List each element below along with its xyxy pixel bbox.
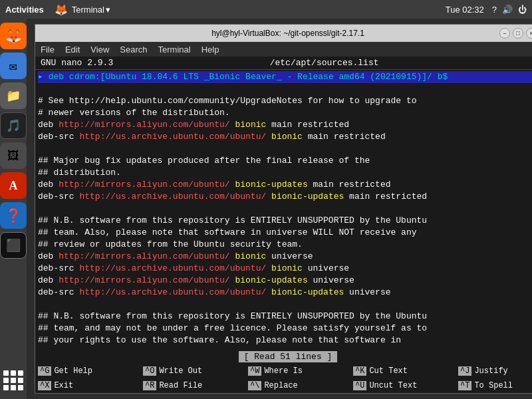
editor-line: deb http://mirrors.aliyun.com/ubuntu/ bi… <box>38 275 532 287</box>
shortcut-get-help[interactable]: ^G Get Help <box>38 366 143 376</box>
minimize-button[interactable]: – <box>499 28 510 39</box>
editor-line: # See http://help.ubuntu.com/community/U… <box>38 95 532 107</box>
shortcut-label-to-spell: To Spell <box>474 381 513 390</box>
shortcut-cut-text[interactable]: ^K Cut Text <box>353 366 458 376</box>
sys-question-icon: ? <box>492 5 497 15</box>
sidebar-item-firefox[interactable]: 🦊 <box>0 23 27 49</box>
shortcut-bar-2: ^X Exit ^R Read File ^\ Replace ^U Uncut… <box>35 378 532 393</box>
shortcut-label-where-is: Where Is <box>264 366 303 376</box>
shortcut-label-write-out: Write Out <box>159 366 202 376</box>
shortcut-key-cu: ^U <box>353 381 366 390</box>
clock: Tue 02:32 <box>446 5 484 15</box>
nano-filename: /etc/apt/sources.list <box>270 58 379 68</box>
firefox-icon: 🦊 <box>55 3 68 16</box>
editor-line <box>38 203 532 215</box>
sys-power-icon: ⏻ <box>518 5 527 15</box>
shortcut-key-cr: ^R <box>143 381 156 390</box>
maximize-button[interactable]: □ <box>513 28 523 39</box>
shortcut-key-cx: ^X <box>38 381 51 390</box>
editor-line <box>38 143 532 155</box>
window-controls: – □ ✕ <box>499 28 532 39</box>
menu-bar: File Edit View Search Terminal Help <box>35 42 532 57</box>
shortcut-label-replace: Replace <box>264 381 297 390</box>
sidebar-item-music[interactable]: 🎵 <box>0 112 27 139</box>
sidebar: 🦊 ✉ 📁 🎵 🖼 A ❓ ⬛ <box>0 19 27 399</box>
menu-terminal[interactable]: Terminal <box>158 45 191 55</box>
status-text: [ Read 51 lines ] <box>239 351 338 362</box>
terminal-dropdown-icon[interactable]: ▾ <box>106 5 110 15</box>
menu-help[interactable]: Help <box>201 45 219 55</box>
menu-view[interactable]: View <box>90 45 109 55</box>
shortcut-key-cbs: ^\ <box>248 381 261 390</box>
editor-line: ## N.B. software from this repository is… <box>38 215 532 227</box>
editor-line: deb-src http://us.archive.ubuntu.com/ubu… <box>38 287 532 299</box>
shortcut-key-cw: ^W <box>248 366 261 376</box>
editor-line <box>38 83 532 95</box>
shortcut-key-ck: ^K <box>353 366 366 376</box>
menu-file[interactable]: File <box>41 45 55 55</box>
sidebar-item-files[interactable]: 📁 <box>0 82 27 109</box>
shortcut-justify[interactable]: ^J Justify <box>458 366 532 376</box>
editor-line: deb-src http://us.archive.ubuntu.com/ubu… <box>38 131 532 143</box>
editor-line: ## distribution. <box>38 167 532 179</box>
sidebar-item-appgrid[interactable] <box>0 367 27 394</box>
shortcut-exit[interactable]: ^X Exit <box>38 381 143 390</box>
editor-line: ## N.B. software from this repository is… <box>38 311 532 323</box>
sidebar-item-email[interactable]: ✉ <box>0 53 27 79</box>
shortcut-label-get-help: Get Help <box>54 366 92 376</box>
editor-line: ## Major bug fix updates produced after … <box>38 155 532 167</box>
sidebar-item-help[interactable]: ❓ <box>0 202 27 229</box>
activities-button[interactable]: Activities <box>5 5 44 15</box>
shortcut-key-cg: ^G <box>38 366 51 376</box>
shortcut-key-cj: ^J <box>458 366 471 376</box>
menu-edit[interactable]: Edit <box>65 45 80 55</box>
sys-volume-icon: 🔊 <box>502 5 513 15</box>
shortcut-label-exit: Exit <box>54 381 73 390</box>
close-button[interactable]: ✕ <box>526 28 532 39</box>
editor-line: ## review or updates from the Ubuntu sec… <box>38 239 532 251</box>
nano-header: GNU nano 2.9.3 /etc/apt/sources.list <box>35 57 532 70</box>
shortcut-key-ct: ^T <box>458 381 471 390</box>
editor-line: ## team. Also, please note that software… <box>38 227 532 239</box>
editor-line: deb http://mirrors.aliyun.com/ubuntu/ bi… <box>38 251 532 263</box>
terminal-label[interactable]: Terminal <box>72 5 104 15</box>
sidebar-item-fonts[interactable]: A <box>0 172 27 199</box>
editor-line: deb http://mirrors.aliyun.com/ubuntu/ bi… <box>38 119 532 131</box>
editor-line: # newer versions of the distribution. <box>38 107 532 119</box>
editor-line: deb http://mirrors.aliyun.com/ubuntu/ bi… <box>38 179 532 191</box>
shortcut-label-uncut-text: Uncut Text <box>369 381 417 390</box>
sidebar-item-photos[interactable]: 🖼 <box>0 142 27 169</box>
terminal-window: hyl@hyl-VirtualBox: ~/git-openssl/git-2.… <box>35 24 532 394</box>
shortcut-uncut-text[interactable]: ^U Uncut Text <box>353 381 458 390</box>
shortcut-replace[interactable]: ^\ Replace <box>248 381 353 390</box>
shortcut-label-justify: Justify <box>474 366 507 376</box>
shortcut-bar-1: ^G Get Help ^O Write Out ^W Where Is ^K … <box>35 364 532 378</box>
shortcut-write-out[interactable]: ^O Write Out <box>143 366 248 376</box>
editor-area[interactable]: ▸ deb cdrom:[Ubuntu 18.04.6 LTS _Bionic … <box>35 70 532 350</box>
shortcut-read-file[interactable]: ^R Read File <box>143 381 248 390</box>
status-bar: [ Read 51 lines ] <box>35 350 532 364</box>
sidebar-item-terminal[interactable]: ⬛ <box>0 232 27 259</box>
shortcut-to-spell[interactable]: ^T To Spell <box>458 381 532 390</box>
window-title: hyl@hyl-VirtualBox: ~/git-openssl/git-2.… <box>211 29 364 38</box>
title-bar: hyl@hyl-VirtualBox: ~/git-openssl/git-2.… <box>35 25 532 42</box>
menu-search[interactable]: Search <box>120 45 147 55</box>
shortcut-key-co: ^O <box>143 366 156 376</box>
editor-line: ## team, and may not be under a free lic… <box>38 323 532 334</box>
editor-line: deb-src http://us.archive.ubuntu.com/ubu… <box>38 263 532 275</box>
editor-line <box>38 299 532 311</box>
editor-line: ## your rights to use the software. Also… <box>38 334 532 346</box>
shortcut-label-cut-text: Cut Text <box>369 366 408 376</box>
nano-version: GNU nano 2.9.3 <box>41 58 113 68</box>
editor-line: ▸ deb cdrom:[Ubuntu 18.04.6 LTS _Bionic … <box>38 71 532 83</box>
editor-line: deb-src http://us.archive.ubuntu.com/ubu… <box>38 191 532 203</box>
shortcut-where-is[interactable]: ^W Where Is <box>248 366 353 376</box>
shortcut-label-read-file: Read File <box>159 381 202 390</box>
